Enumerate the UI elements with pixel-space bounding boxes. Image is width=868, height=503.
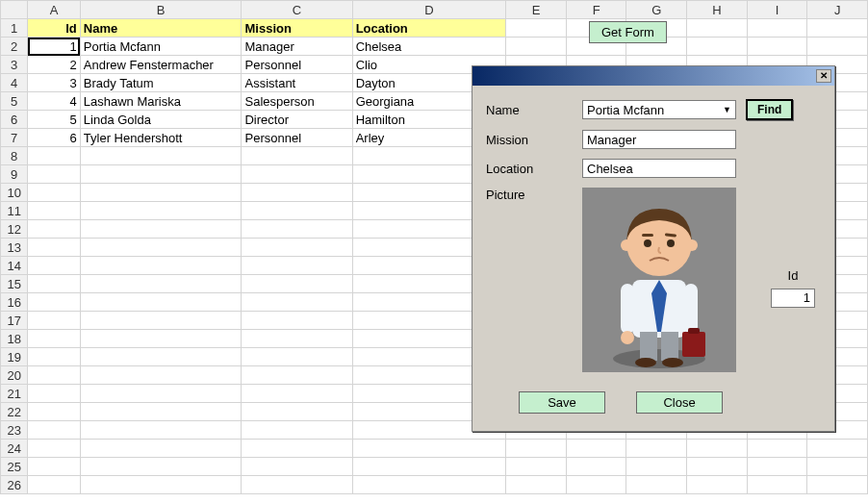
cell-C14[interactable] [242, 257, 352, 275]
cell-C12[interactable] [242, 220, 352, 239]
row-header-1[interactable]: 1 [1, 19, 28, 38]
cell-D26[interactable] [352, 476, 506, 494]
cell-H2[interactable] [687, 38, 748, 56]
row-header-3[interactable]: 3 [1, 56, 28, 74]
cell-B20[interactable] [80, 366, 242, 385]
cell-C24[interactable] [242, 440, 352, 458]
cell-E1[interactable] [506, 19, 567, 38]
cell-C21[interactable] [242, 385, 352, 403]
col-header-A[interactable]: A [28, 1, 81, 19]
cell-C9[interactable] [242, 165, 352, 184]
cell-A15[interactable] [28, 275, 81, 293]
close-button[interactable]: Close [636, 391, 723, 414]
col-header-I[interactable]: I [747, 1, 807, 19]
cell-I1[interactable] [747, 19, 807, 38]
corner-cell[interactable] [1, 1, 28, 19]
cell-B16[interactable] [80, 293, 242, 312]
row-header-8[interactable]: 8 [1, 147, 28, 165]
cell-H26[interactable] [687, 476, 748, 494]
cell-C4[interactable]: Assistant [242, 74, 352, 92]
name-combobox[interactable]: Portia Mcfann ▼ [582, 100, 736, 119]
cell-A1[interactable]: Id [28, 19, 81, 38]
row-header-10[interactable]: 10 [1, 184, 28, 202]
cell-A26[interactable] [28, 476, 81, 494]
cell-A22[interactable] [28, 403, 81, 421]
cell-A6[interactable]: 5 [28, 111, 81, 129]
row-header-4[interactable]: 4 [1, 74, 28, 92]
cell-G26[interactable] [626, 476, 687, 494]
row-header-7[interactable]: 7 [1, 129, 28, 147]
mission-field[interactable]: Manager [582, 130, 736, 149]
cell-C2[interactable]: Manager [242, 38, 352, 56]
cell-B22[interactable] [80, 403, 242, 421]
cell-B2[interactable]: Portia Mcfann [80, 38, 242, 56]
cell-C26[interactable] [242, 476, 352, 494]
cell-A7[interactable]: 6 [28, 129, 81, 147]
cell-C25[interactable] [242, 458, 352, 476]
cell-B26[interactable] [80, 476, 242, 494]
row-header-21[interactable]: 21 [1, 385, 28, 403]
cell-C17[interactable] [242, 312, 352, 330]
cell-A17[interactable] [28, 312, 81, 330]
row-header-15[interactable]: 15 [1, 275, 28, 293]
cell-J2[interactable] [807, 38, 868, 56]
cell-B5[interactable]: Lashawn Mariska [80, 92, 242, 111]
cell-C7[interactable]: Personnel [242, 129, 352, 147]
cell-B7[interactable]: Tyler Hendershott [80, 129, 242, 147]
cell-B23[interactable] [80, 421, 242, 440]
cell-I26[interactable] [747, 476, 807, 494]
cell-B9[interactable] [80, 165, 242, 184]
cell-I24[interactable] [747, 440, 807, 458]
col-header-D[interactable]: D [352, 1, 506, 19]
cell-A9[interactable] [28, 165, 81, 184]
cell-C10[interactable] [242, 184, 352, 202]
cell-D24[interactable] [352, 440, 506, 458]
cell-C23[interactable] [242, 421, 352, 440]
cell-C3[interactable]: Personnel [242, 56, 352, 74]
row-header-25[interactable]: 25 [1, 458, 28, 476]
cell-C20[interactable] [242, 366, 352, 385]
cell-A16[interactable] [28, 293, 81, 312]
cell-B11[interactable] [80, 202, 242, 220]
cell-C1[interactable]: Mission [242, 19, 352, 38]
row-header-26[interactable]: 26 [1, 476, 28, 494]
cell-E26[interactable] [506, 476, 567, 494]
row-header-5[interactable]: 5 [1, 92, 28, 111]
col-header-H[interactable]: H [687, 1, 748, 19]
cell-B15[interactable] [80, 275, 242, 293]
cell-A24[interactable] [28, 440, 81, 458]
cell-B25[interactable] [80, 458, 242, 476]
dialog-titlebar[interactable]: ✕ [472, 66, 834, 86]
cell-I25[interactable] [747, 458, 807, 476]
cell-C16[interactable] [242, 293, 352, 312]
close-icon[interactable]: ✕ [816, 69, 831, 83]
col-header-G[interactable]: G [626, 1, 687, 19]
cell-B19[interactable] [80, 348, 242, 366]
cell-E24[interactable] [506, 440, 567, 458]
cell-J26[interactable] [807, 476, 868, 494]
cell-A19[interactable] [28, 348, 81, 366]
cell-C6[interactable]: Director [242, 111, 352, 129]
row-header-13[interactable]: 13 [1, 239, 28, 257]
cell-A8[interactable] [28, 147, 81, 165]
get-form-button[interactable]: Get Form [589, 21, 667, 43]
cell-D1[interactable]: Location [352, 19, 506, 38]
cell-A13[interactable] [28, 239, 81, 257]
row-header-16[interactable]: 16 [1, 293, 28, 312]
cell-B3[interactable]: Andrew Fenstermacher [80, 56, 242, 74]
row-header-20[interactable]: 20 [1, 366, 28, 385]
cell-B17[interactable] [80, 312, 242, 330]
col-header-J[interactable]: J [807, 1, 868, 19]
cell-I2[interactable] [747, 38, 807, 56]
row-header-24[interactable]: 24 [1, 440, 28, 458]
row-header-18[interactable]: 18 [1, 330, 28, 348]
cell-F26[interactable] [566, 476, 626, 494]
cell-G24[interactable] [626, 440, 687, 458]
row-header-14[interactable]: 14 [1, 257, 28, 275]
cell-A10[interactable] [28, 184, 81, 202]
row-header-9[interactable]: 9 [1, 165, 28, 184]
cell-A21[interactable] [28, 385, 81, 403]
cell-G25[interactable] [626, 458, 687, 476]
col-header-F[interactable]: F [566, 1, 626, 19]
cell-C5[interactable]: Salesperson [242, 92, 352, 111]
